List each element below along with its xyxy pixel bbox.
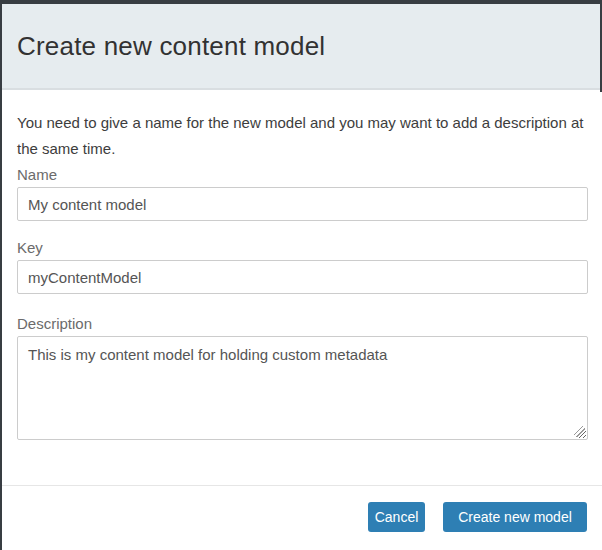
key-input[interactable] — [17, 260, 588, 294]
backdrop-edge-left — [0, 0, 2, 550]
create-content-model-dialog: Create new content model You need to giv… — [0, 0, 602, 550]
dialog-title: Create new content model — [17, 31, 325, 62]
name-field-label: Name — [17, 166, 588, 184]
dialog-footer: Cancel Create new model — [0, 485, 602, 532]
backdrop-edge-top — [0, 0, 602, 4]
dialog-intro-text: You need to give a name for the new mode… — [17, 110, 590, 162]
dialog-header: Create new content model — [2, 4, 600, 90]
description-field-label: Description — [17, 315, 588, 333]
cancel-button[interactable]: Cancel — [368, 502, 425, 532]
create-new-model-button[interactable]: Create new model — [443, 502, 587, 532]
key-field-label: Key — [17, 239, 588, 257]
name-input[interactable] — [17, 187, 588, 221]
dialog-body: You need to give a name for the new mode… — [0, 90, 602, 440]
description-textarea[interactable]: This is my content model for holding cus… — [17, 336, 588, 440]
